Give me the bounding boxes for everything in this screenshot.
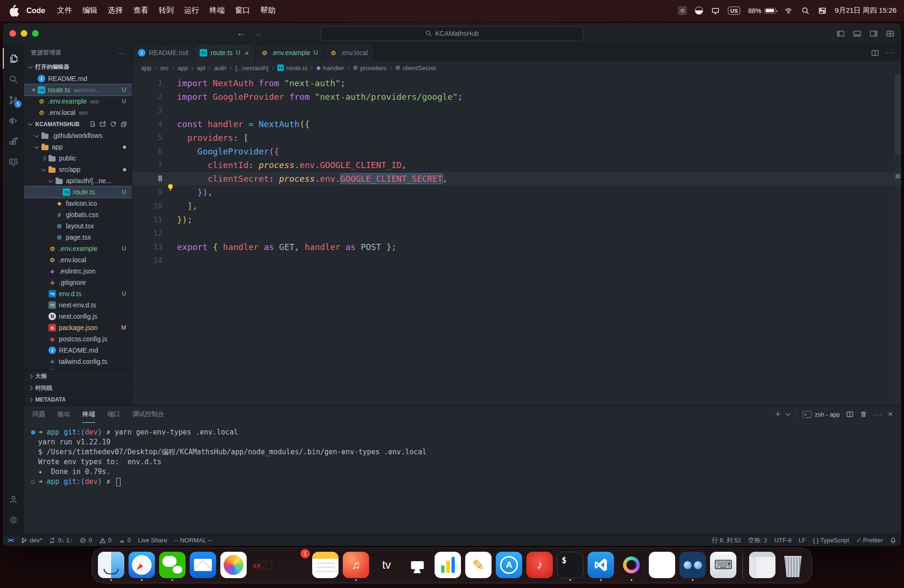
- dock-mail[interactable]: [190, 550, 216, 581]
- toggle-secondary-sidebar-icon[interactable]: [869, 30, 878, 38]
- accounts-button[interactable]: [3, 489, 24, 509]
- panel-tab-调试控制台[interactable]: 调试控制台: [132, 406, 164, 423]
- remote-explorer-activity-button[interactable]: [3, 152, 24, 172]
- close-editor-icon[interactable]: ×: [30, 86, 38, 94]
- statusbar-indentation[interactable]: 空格: 2: [748, 536, 767, 545]
- display-menubar-icon[interactable]: [711, 7, 720, 15]
- code-line-11[interactable]: 11});: [132, 213, 901, 226]
- dock-keynote[interactable]: [404, 550, 430, 581]
- menu-item-文件[interactable]: 文件: [52, 6, 77, 16]
- dock-app-store[interactable]: A: [496, 550, 522, 581]
- dock-goggles[interactable]: [679, 550, 706, 581]
- code-line-10[interactable]: 10 ],: [132, 199, 901, 213]
- search-activity-button[interactable]: [3, 69, 24, 89]
- code-line-5[interactable]: 5 providers: [: [132, 131, 901, 145]
- sidebar-section-metadata[interactable]: METADATA: [24, 394, 132, 405]
- dock-wechat[interactable]: [159, 550, 186, 581]
- terminal-dropdown-icon[interactable]: [786, 411, 791, 416]
- breadcrumb[interactable]: app›src›app›api›auth›[...nextauth]›TSrou…: [132, 61, 901, 74]
- panel-more-actions-icon[interactable]: ···: [873, 411, 882, 419]
- tab-env-example[interactable]: ⚙.env.exampleU: [255, 44, 324, 61]
- tree-item-package-json[interactable]: npackage.jsonM: [24, 322, 132, 333]
- dock-finder[interactable]: [98, 550, 124, 581]
- minimize-window-button[interactable]: [21, 30, 27, 37]
- wifi-icon[interactable]: [784, 7, 793, 15]
- statusbar-remote-indicator[interactable]: ><: [8, 537, 14, 544]
- tree-item-api-auth-ne[interactable]: api/auth/[...ne...: [24, 175, 132, 186]
- project-section-header[interactable]: KCAMATHSHUB: [24, 118, 132, 130]
- statusbar-prettier[interactable]: ✓ Prettier: [856, 537, 883, 544]
- dock-calendar[interactable]: 9月21: [251, 550, 277, 581]
- toggle-primary-sidebar-icon[interactable]: [836, 30, 845, 38]
- kill-terminal-icon[interactable]: [860, 411, 867, 418]
- tree-item-layout-tsx[interactable]: ⊛layout.tsx: [24, 220, 132, 232]
- tree-item-postcss-config-js[interactable]: ◉postcss.config.js: [24, 333, 132, 345]
- run-debug-activity-button[interactable]: [3, 110, 24, 131]
- refresh-icon[interactable]: [110, 121, 117, 128]
- menubar-clock[interactable]: 9月21日 周四 15:26: [835, 6, 896, 15]
- open-editor-readme-md[interactable]: iREADME.md: [24, 73, 132, 84]
- tree-item-next-config-js[interactable]: Nnext.config.js: [24, 311, 132, 322]
- dock-vscode[interactable]: [588, 550, 614, 581]
- dock-charts[interactable]: [435, 550, 461, 581]
- dock-photos[interactable]: [220, 550, 247, 581]
- statusbar-errors[interactable]: 0: [80, 537, 92, 544]
- statusbar-eol[interactable]: LF: [799, 537, 806, 544]
- tree-item-favicon-ico[interactable]: ★favicon.ico: [24, 198, 132, 209]
- new-file-icon[interactable]: [89, 121, 96, 128]
- menu-item-选择[interactable]: 选择: [103, 6, 128, 16]
- code-line-13[interactable]: 13export { handler as GET, handler as PO…: [132, 240, 901, 254]
- panel-tab-端口[interactable]: 端口: [107, 406, 120, 423]
- close-window-button[interactable]: [9, 30, 16, 37]
- tree-item-route-ts[interactable]: TSroute.tsU: [24, 186, 132, 198]
- dock-apple-tv[interactable]: tv: [373, 550, 400, 581]
- dock-notes[interactable]: [312, 550, 339, 581]
- code-line-9[interactable]: 9 }),: [132, 185, 901, 199]
- statusbar-notifications[interactable]: [890, 537, 896, 544]
- command-decoration-icon[interactable]: [31, 430, 35, 435]
- ink-status-icon[interactable]: [695, 7, 703, 15]
- sidebar-more-actions-icon[interactable]: ···: [118, 49, 125, 56]
- code-line-3[interactable]: 3: [132, 104, 901, 117]
- settings-button[interactable]: [3, 509, 24, 530]
- code-line-6[interactable]: 6 GoogleProvider({: [132, 145, 901, 158]
- code-line-1[interactable]: 1import NextAuth from "next-auth";: [132, 76, 901, 90]
- terminal-instance-item[interactable]: >_ zsh - app: [802, 411, 840, 418]
- split-editor-icon[interactable]: [871, 49, 879, 57]
- code-line-4[interactable]: 4const handler = NextAuth({: [132, 117, 901, 131]
- input-source-indicator[interactable]: US: [728, 7, 740, 15]
- dock-reminders[interactable]: 1: [282, 550, 308, 581]
- apple-menu-icon[interactable]: [8, 4, 22, 18]
- tree-item-eslintrc-json[interactable]: ◆.eslintrc.json: [24, 266, 132, 277]
- editor-more-actions-icon[interactable]: ···: [886, 48, 895, 57]
- dock-safari[interactable]: [129, 550, 155, 581]
- statusbar-cursor-position[interactable]: 行 8, 列 52: [712, 536, 741, 545]
- terminal[interactable]: ➜ app git:(dev) ✗ yarn gen-env-types .en…: [24, 423, 901, 534]
- dock-keyboard[interactable]: ⌨: [710, 550, 736, 581]
- panel-tab-输出[interactable]: 输出: [57, 406, 70, 423]
- tree-item-github-workflows[interactable]: .github/workflows: [24, 130, 132, 141]
- breadcrumb-item-app[interactable]: app: [178, 64, 188, 72]
- close-tab-icon[interactable]: ×: [245, 49, 249, 57]
- dock-minimized-window[interactable]: [749, 550, 775, 581]
- collapse-folders-icon[interactable]: [120, 121, 127, 128]
- breadcrumb-item-auth[interactable]: auth: [214, 64, 226, 72]
- tab-env-local[interactable]: ⚙.env.local: [324, 44, 374, 61]
- code-line-8[interactable]: 8 clientSecret: process.env.GOOGLE_CLIEN…: [132, 172, 901, 185]
- dock-netease-music[interactable]: ♪: [526, 550, 553, 581]
- explorer-activity-button[interactable]: [3, 48, 24, 69]
- extensions-activity-button[interactable]: [3, 131, 24, 152]
- wechat-menubar-icon[interactable]: ⊙: [678, 6, 687, 15]
- tree-item-next-env-d-ts[interactable]: TSnext-env.d.ts: [24, 299, 132, 311]
- statusbar-ports[interactable]: 0: [119, 537, 131, 544]
- breadcrumb-item-clientsecret[interactable]: ⚙clientSecret: [396, 64, 436, 72]
- tree-item-readme-md[interactable]: iREADME.md: [24, 345, 132, 356]
- menubar-app-name[interactable]: Code: [26, 7, 45, 15]
- battery-indicator[interactable]: 88%: [748, 7, 776, 15]
- panel-tab-问题[interactable]: 问题: [32, 406, 45, 423]
- menu-item-编辑[interactable]: 编辑: [77, 6, 103, 16]
- panel-tab-终端[interactable]: 终端: [82, 406, 95, 423]
- new-folder-icon[interactable]: [99, 121, 106, 128]
- open-editor-route-ts[interactable]: ×TSroute.tsapp/src/a...U: [24, 84, 132, 96]
- menu-item-窗口[interactable]: 窗口: [230, 6, 255, 16]
